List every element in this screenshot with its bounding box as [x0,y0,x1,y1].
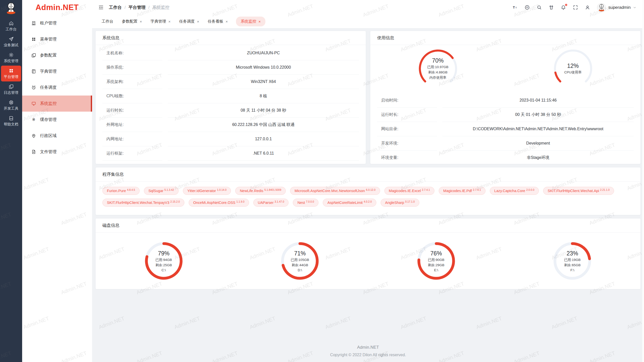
username: superadmin [608,5,631,10]
search-icon[interactable] [537,5,542,10]
sidebar-item-location[interactable]: 行政区域 [22,128,92,144]
user-menu[interactable]: superadmin [597,3,636,12]
tab-label: 任务看板 [208,19,223,24]
tab-close-icon[interactable]: × [168,20,171,23]
profile-icon[interactable] [585,5,590,10]
tab-item[interactable]: 任务看板× [207,17,228,26]
chevron-down-icon [633,6,636,9]
gauge-detail: 已用:10.97GB [427,65,448,69]
gauge-percent: 23% [567,250,578,257]
assembly-tag[interactable]: OnceMi.AspNetCore.OSS1.1.9.0 [189,199,249,207]
sidebar-item-label: 缓存管理 [40,117,57,122]
sidebar-item-snow[interactable]: ※缓存管理 [22,112,92,128]
tab-close-icon[interactable]: × [226,20,228,23]
rail-item-grid[interactable]: 平台管理 [1,66,21,81]
theme-icon[interactable] [549,5,554,10]
gauge-wrap: 71%已用:105GB剩余:44GBD:\ [232,241,368,281]
header-actions: TT中superadmin [512,3,636,12]
assembly-tag[interactable]: Magicodes.IE.Pdf2.7.4.1 [439,187,486,195]
home-icon [9,21,14,26]
sidebar-item-building[interactable]: 租户管理 [22,15,92,31]
usage-info-card-title: 使用信息 [370,31,640,45]
fullscreen-icon[interactable] [573,5,578,10]
scrollbar-track[interactable] [642,0,644,362]
assembly-version: 2.7.4.1 [422,188,430,191]
gauge-detail: C:\ [162,268,166,272]
app-logo-avatar[interactable] [4,1,18,16]
assembly-tag[interactable]: Furion.Pure4.8.4.5 [102,187,140,195]
notification-icon[interactable] [561,5,566,10]
assembly-tag[interactable]: Magicodes.IE.Excel2.7.4.1 [384,187,434,195]
rail-item-send[interactable]: 业务测试 [1,34,21,50]
sidebar-item-menugrid[interactable]: 菜单管理 [22,31,92,47]
svg-text:T: T [513,6,515,9]
assembly-name: SqlSugar [148,189,164,193]
system-info-row: CPU核数:8 核 [102,89,359,103]
assembly-name: Nest [297,201,305,205]
sidebar-item-copydocs[interactable]: 参数配置 [22,47,92,63]
rail-item-gear[interactable]: 系统管理 [1,50,21,66]
assembly-name: Magicodes.IE.Excel [389,189,421,193]
page-content: 系统信息 主机名称:ZUOHUAIJUN-PC操作系统:Microsoft Wi… [92,28,644,362]
primary-sidebar-nav: 工作台业务测试系统管理平台管理日志管理开发工具帮助文档 [0,18,22,129]
tab-item[interactable]: 工作台 [101,17,114,26]
rail-item-label: 日志管理 [4,90,18,95]
tab-label: 字典管理 [150,19,166,24]
app-logo-text: Admin.NET [22,0,92,15]
assembly-tag[interactable]: SKIT.FlurlHttpClient.Wechat.TenpayV32.15… [102,199,184,207]
monitor-icon [31,101,36,106]
rail-item-book[interactable]: 帮助文档 [1,113,21,129]
grid-icon [9,68,14,73]
gauge-detail: 剩余:44GB [292,263,308,267]
tab-label: 任务调度 [179,19,195,24]
assembly-version: 6.0.12.0 [366,188,376,191]
sidebar-item-document[interactable]: 文件管理 [22,144,92,160]
disk-d-gauge: 71%已用:105GB剩余:44GBD:\ [280,241,320,281]
assembly-tag[interactable]: Lazy.Captcha.Core2.0.0.0 [490,187,539,195]
rail-item-copydocs[interactable]: 日志管理 [1,81,21,97]
assembly-name: AspNetCoreRateLimit [327,201,363,205]
assembly-tag[interactable]: Microsoft.AspNetCore.Mvc.NewtonsoftJson6… [290,187,380,195]
assembly-tag[interactable]: AspNetCoreRateLimit4.0.2.0 [323,199,376,207]
language-icon[interactable]: 中 [525,5,530,10]
assembly-tag[interactable]: SqlSugar5.1.3.42 [144,187,179,195]
breadcrumb-item[interactable]: 平台管理 [129,5,146,10]
gauge-detail: 内存使用率 [429,75,447,80]
assembly-name: Microsoft.AspNetCore.Mvc.NewtonsoftJson [295,189,365,193]
sidebar-item-monitor[interactable]: 系统监控 [22,96,92,112]
assembly-tag[interactable]: SKIT.FlurlHttpClient.Wechat.Api2.21.1.0 [543,187,614,195]
assembly-tag[interactable]: Nest7.0.0.0 [293,199,318,207]
tab-item[interactable]: 参数配置× [122,17,143,26]
info-label: 内网地址: [102,132,162,146]
copydocs-icon [31,53,36,58]
rail-item-cpu[interactable]: 开发工具 [1,97,21,113]
info-value: 08 天 11 小时 04 分 38 秒 [168,103,359,118]
svg-text:中: 中 [526,6,528,9]
sidebar-item-alarm[interactable]: 任务调度 [22,79,92,96]
disk-f-gauge: 23%已用:19GB剩余:65GBF:\ [552,241,592,281]
sidebar-item-label: 行政区域 [40,133,57,139]
gauge-percent: 70% [432,57,444,64]
breadcrumb-item[interactable]: 工作台 [109,5,122,10]
rail-item-label: 工作台 [6,27,17,32]
memory-usage-gauge: 70%已用:10.97GB剩余:4.88GB内存使用率 [418,49,458,89]
font-size-icon[interactable]: TT [512,5,518,10]
tab-item[interactable]: 字典管理× [150,17,171,26]
assembly-tag[interactable]: UAParser3.1.47.0 [253,199,289,207]
tab-close-icon[interactable]: × [140,20,142,23]
sidebar-item-notebook[interactable]: 字典管理 [22,63,92,79]
info-value: Win32NT X64 [168,75,359,89]
assembly-tag[interactable]: AngleSharp0.17.1.0 [381,199,419,207]
collapse-menu-icon[interactable] [98,5,104,10]
tab-active[interactable]: 系统监控× [236,17,266,26]
gauge-detail: 已用:19GB [564,258,581,262]
info-value: Development [442,136,634,151]
tab-item[interactable]: 任务调度× [179,17,200,26]
rail-item-home[interactable]: 工作台 [1,18,21,34]
tab-close-icon[interactable]: × [197,20,199,23]
system-info-row: 运行时长:08 天 11 小时 04 分 38 秒 [102,103,359,118]
assembly-tag[interactable]: Yitter.IdGenerator1.0.14.0 [183,187,231,195]
secondary-sidebar: Admin.NET 租户管理菜单管理参数配置字典管理任务调度系统监控※缓存管理行… [22,0,92,362]
assembly-tag[interactable]: NewLife.Redis5.1.8401.5009 [235,187,286,195]
tab-close-icon[interactable]: × [259,20,261,23]
